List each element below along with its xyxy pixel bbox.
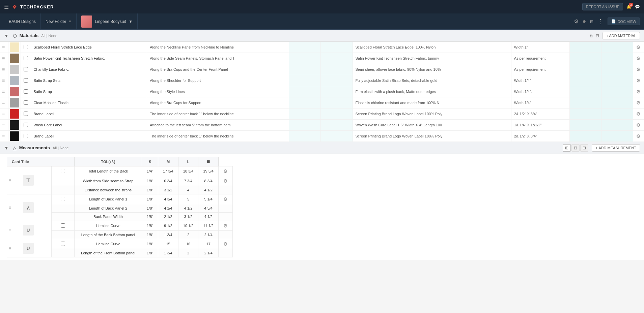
swatch-cell [8,108,21,120]
meas-gear-cell: ⚙ [218,239,232,249]
drag-handle-icon[interactable]: ≡ [2,44,5,50]
meas-m: 3 1/2 [178,213,198,221]
meas-gear-button[interactable]: ⚙ [223,178,228,184]
meas-gear-cell [218,186,232,194]
meas-drag-handle-icon[interactable]: ≡ [8,227,11,233]
gear-button[interactable]: ⚙ [636,122,641,128]
meas-gear-button[interactable]: ⚙ [223,241,228,247]
meas-m: 2 [178,249,198,257]
report-issue-button[interactable]: REPORT AN ISSUE [582,3,623,10]
company-name: BAUH Designs [9,19,36,24]
drag-handle-icon[interactable]: ≡ [2,89,5,94]
material-size: Width 1/4" [511,97,569,108]
doc-view-button[interactable]: 📄 DOC VIEW [608,18,640,25]
meas-drag-handle-icon[interactable]: ≡ [8,205,11,210]
row-checkbox[interactable] [24,45,28,49]
meas-l: 2 1/4 [198,249,219,257]
measurements-header-row: Card Title TOL(+/-) S M L ⊞ [7,157,233,166]
gear-button[interactable]: ⚙ [636,89,641,94]
gear-button[interactable]: ⚙ [636,78,641,83]
measurements-none-link[interactable]: None [60,146,68,150]
drag-handle-cell: ≡ [0,53,8,64]
meas-checkbox-cell [51,249,74,257]
drag-handle-icon[interactable]: ≡ [2,133,5,139]
row-checkbox[interactable] [24,123,28,127]
row-checkbox[interactable] [24,56,28,60]
meas-label: Length of Back Panel 2 [75,204,142,213]
drag-handle-icon[interactable]: ≡ [2,67,5,72]
measurements-collapse-btn[interactable]: ▼ [4,145,9,151]
product-nav-item[interactable]: Lingerie Bodysuit ▼ [77,13,138,30]
notification-bell[interactable]: 🔔3 [626,4,632,9]
meas-l: 5 1/4 [198,194,219,204]
hamburger-icon[interactable]: ☰ [4,4,9,10]
add-measurement-button[interactable]: + ADD MEASUREMENT [592,144,640,152]
measurements-section: ▼ △ Measurements All | None ⊞ ⊟ ⊟ + ADD … [0,142,644,260]
row-checkbox[interactable] [24,134,28,138]
meas-row-checkbox[interactable] [61,223,65,228]
materials-copy-icon[interactable]: ⎘ [590,33,592,38]
drag-handle-icon[interactable]: ≡ [2,122,5,128]
meas-l: 8 3/4 [198,176,219,186]
meas-drag-handle-icon[interactable]: ≡ [8,178,11,183]
more-options-icon[interactable]: ⋮ [597,18,604,25]
material-placement: Along the Bra Cups for Support [147,97,289,108]
meas-gear-button[interactable]: ⚙ [223,196,228,202]
checkbox-cell [21,97,31,108]
grid-view-btn[interactable]: ⊞ [563,144,571,152]
drag-handle-icon[interactable]: ≡ [2,111,5,117]
meas-l: 4 1/2 [198,213,219,221]
materials-collapse-btn[interactable]: ▼ [4,33,9,38]
view-toggle: ⊞ ⊟ ⊟ [563,144,588,152]
toggle-icon[interactable]: ● [583,18,586,25]
meas-drag-handle-icon[interactable]: ≡ [8,246,11,251]
empty-col-2 [321,42,353,53]
gear-button[interactable]: ⚙ [636,100,641,105]
row-checkbox[interactable] [24,100,28,105]
row-checkbox[interactable] [24,89,28,94]
gear-button[interactable]: ⚙ [636,44,641,50]
drag-handle-icon[interactable]: ≡ [2,78,5,83]
chat-icon[interactable]: 💬 [635,4,640,9]
materials-filter-icon[interactable]: ⊟ [596,33,599,38]
material-placement: Along the Neckline Panel from Neckline t… [147,42,289,53]
folder-nav-item[interactable]: New Folder ▼ [41,13,77,30]
meas-gear-button[interactable]: ⚙ [223,168,228,174]
materials-all-link[interactable]: All [41,34,45,38]
row-checkbox[interactable] [24,112,28,116]
list-view-btn[interactable]: ⊟ [571,144,580,152]
meas-checkbox-cell [51,194,74,204]
meas-row-checkbox[interactable] [61,242,65,246]
filter-meas-btn[interactable]: ⊟ [580,144,588,152]
measurements-all-link[interactable]: All [53,146,57,150]
material-name: Brand Label [31,108,147,120]
drag-handle-icon[interactable]: ≡ [2,56,5,61]
teal-col-1 [569,86,601,97]
materials-none-link[interactable]: None [48,34,57,38]
gear-button[interactable]: ⚙ [636,67,641,72]
meas-m: 18 3/4 [178,166,198,176]
row-checkbox[interactable] [24,78,28,83]
gear-button[interactable]: ⚙ [636,133,641,139]
meas-gear-button[interactable]: ⚙ [223,223,228,228]
app-name: TECHPACKER [20,4,54,9]
add-material-button[interactable]: + ADD MATERIAL [603,32,640,39]
meas-row-checkbox[interactable] [61,169,65,173]
row-checkbox[interactable] [24,67,28,71]
meas-row-checkbox[interactable] [61,197,65,201]
drag-handle-icon[interactable]: ≡ [2,100,5,105]
empty-col-2 [321,75,353,86]
material-description: Satin Power Knit Techsheen Stretch Fabri… [353,53,511,64]
table-row: ≡ Clear Mobilon Elastic Along the Bra Cu… [0,97,644,108]
product-name: Lingerie Bodysuit [95,19,126,24]
meas-s: 3 1/2 [158,186,178,194]
material-name: Wash Care Label [31,120,147,131]
measurements-icon: △ [13,145,17,151]
swatch-cell [8,131,21,142]
gear-button[interactable]: ⚙ [636,111,641,117]
meas-l: 4 3/4 [198,204,219,213]
settings-icon[interactable]: ⚙ [574,18,579,25]
gear-button[interactable]: ⚙ [636,56,641,61]
filter-icon[interactable]: ⊟ [590,19,593,24]
company-nav-item[interactable]: BAUH Designs [4,13,41,30]
